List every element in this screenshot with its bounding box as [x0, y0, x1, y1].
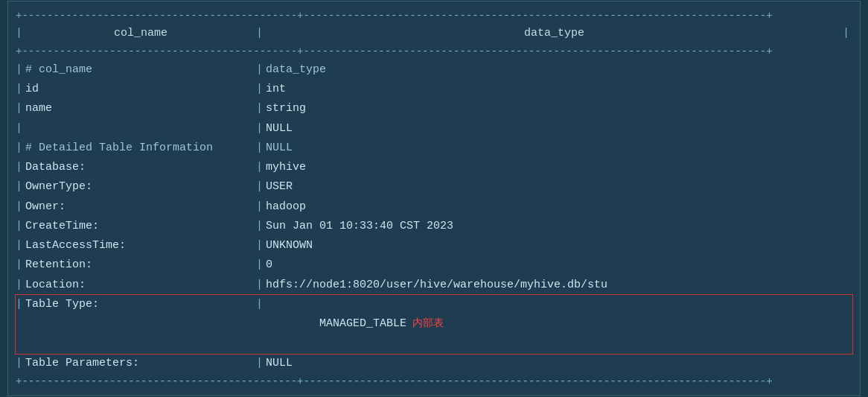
header-data-type: data_type	[266, 24, 843, 43]
table-row: | Owner: | hadoop	[16, 197, 852, 217]
table-row: | CreateTime: | Sun Jan 01 10:33:40 CST …	[16, 217, 852, 236]
pipe-left: |	[16, 24, 22, 43]
divider-bottom: +---------------------------------------…	[16, 373, 852, 390]
terminal-window: +---------------------------------------…	[7, 1, 861, 396]
table-row: | Location: | hdfs://node1:8020/user/hiv…	[16, 276, 852, 295]
header-col-name: col_name	[25, 24, 256, 43]
annotation-text: 内部表	[412, 317, 444, 329]
table-header: | col_name | data_type |	[16, 24, 852, 43]
table-row: | Table Parameters: | NULL	[16, 354, 852, 373]
pipe-mid: |	[256, 24, 263, 43]
table-row: | Database: | myhive	[16, 158, 852, 177]
table-row: | LastAccessTime: | UNKNOWN	[16, 236, 852, 255]
table-row: | # col_name | data_type	[16, 60, 852, 80]
table-type-row: | Table Type: | MANAGED_TABLE内部表	[16, 295, 852, 354]
managed-table-value: MANAGED_TABLE	[319, 317, 406, 330]
divider-top: +---------------------------------------…	[16, 7, 852, 24]
pipe-right: |	[843, 24, 849, 43]
table-row: | OwnerType: | USER	[16, 177, 852, 197]
table-output: +---------------------------------------…	[8, 7, 860, 390]
table-row: | Retention: | 0	[16, 255, 852, 275]
divider-mid: +---------------------------------------…	[16, 43, 852, 60]
table-row: | # Detailed Table Information | NULL	[16, 139, 852, 158]
table-row: | name | string	[16, 99, 852, 118]
table-row: | | NULL	[16, 119, 852, 139]
table-row: | id | int	[16, 80, 852, 99]
